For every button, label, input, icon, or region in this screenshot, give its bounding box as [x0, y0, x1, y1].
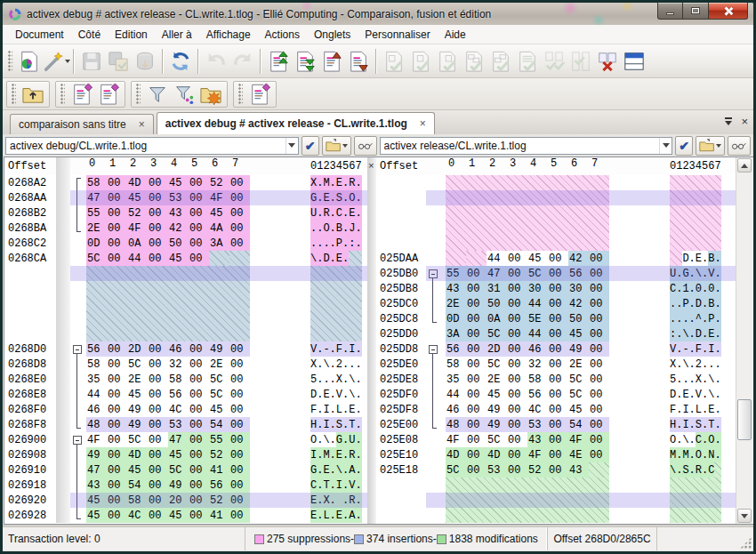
hex-row[interactable]: 0268D056002D0046004900V.-.F.I. — [4, 341, 367, 357]
accept-change-lines-button[interactable] — [514, 48, 541, 75]
scroll-thumb[interactable] — [737, 399, 752, 440]
minimize-button[interactable] — [657, 3, 683, 20]
hex-row[interactable]: 0268D858005C0032002E00X.\.2... — [4, 357, 367, 372]
tab-comparaison-sans-titre[interactable]: comparaison sans titre × — [10, 114, 154, 134]
menu-affichage[interactable]: Affichage — [199, 26, 258, 44]
toolbar-grip[interactable] — [8, 51, 12, 72]
hex-row[interactable]: 025DC80D000A005E005000....^.P. — [376, 311, 736, 326]
left-file-path-input[interactable] — [6, 140, 286, 152]
left-view-options-button[interactable] — [354, 136, 377, 156]
menu-actions[interactable]: Actions — [258, 26, 307, 44]
previous-difference-button[interactable] — [265, 48, 292, 75]
hex-gap-row[interactable] — [376, 508, 736, 523]
save-button[interactable] — [78, 48, 105, 75]
hex-row[interactable]: 025DF8460049004C004500F.I.L.E. — [376, 402, 736, 417]
hex-row[interactable]: 0268E035002E0058005C005...X.\. — [4, 372, 367, 387]
hex-row[interactable]: 02692845004C0045004100E.L.E.A. — [4, 508, 367, 523]
hex-row[interactable]: 0268E84400450056005C00D.E.V.\. — [4, 387, 367, 402]
hex-row[interactable]: 0268AA4700450053004F00G.E.S.O. — [4, 190, 367, 205]
menu-personnaliser[interactable]: Personnaliser — [358, 26, 437, 44]
titlebar[interactable]: activex debug # activex release - CL.wri… — [3, 3, 753, 25]
hex-gap-row[interactable] — [4, 281, 367, 296]
toolbar-grip[interactable] — [238, 84, 243, 105]
filter-advanced-button[interactable] — [171, 81, 197, 108]
left-validate-button[interactable]: ✔ — [302, 136, 319, 156]
merge-split-left-button[interactable] — [541, 48, 567, 75]
save-as-button[interactable] — [105, 48, 132, 75]
menu-aide[interactable]: Aide — [438, 26, 473, 44]
resize-grip[interactable] — [740, 537, 752, 549]
merge-split-right-button[interactable] — [567, 48, 594, 75]
filter-button[interactable] — [144, 81, 171, 108]
hex-gap-row[interactable] — [376, 493, 736, 508]
clear-result-button[interactable] — [594, 48, 621, 75]
hex-row[interactable]: 0269184300540049005600C.T.I.V. — [4, 478, 367, 493]
hex-row[interactable]: 0268CA5C0044004500\.D.E. — [4, 251, 367, 266]
hex-gap-row[interactable] — [376, 478, 736, 493]
hex-row[interactable]: 02690849004D0045005200I.M.E.R. — [4, 447, 367, 462]
hex-row[interactable]: 025DAA440045004200D.E.B. — [376, 251, 736, 266]
parent-folder-button[interactable] — [20, 81, 46, 108]
toolbar-grip[interactable] — [60, 84, 65, 105]
hex-row[interactable]: 025DE058005C0032002E00X.\.2... — [376, 357, 736, 372]
undo-button[interactable] — [203, 48, 229, 75]
hex-pane-left[interactable]: Offset01234567012345670268A258004D004500… — [4, 157, 367, 524]
tab-list-chevron-icon[interactable] — [725, 117, 732, 125]
accept-change-to-right-button[interactable] — [461, 48, 487, 75]
comparison-wizard-button[interactable] — [43, 48, 69, 75]
accept-change-left-button[interactable] — [381, 48, 407, 75]
next-difference-button[interactable] — [292, 48, 318, 75]
hex-gap-row[interactable] — [4, 326, 367, 341]
hex-row[interactable]: 025DE835002E0058005C005...X.\. — [376, 372, 736, 387]
right-file-path-input[interactable] — [381, 140, 660, 152]
file-options-right-button[interactable] — [95, 81, 122, 108]
hex-row[interactable]: 025DD03A005C0044004500:.\.D.E. — [376, 326, 736, 341]
hex-row[interactable]: 025DB84300310030003000C.1.0.0. — [376, 281, 736, 296]
menu-cote[interactable]: Côté — [71, 26, 108, 44]
hex-row[interactable]: 026910470045005C004100G.E.\.A. — [4, 462, 367, 478]
hex-gap-row[interactable] — [4, 266, 367, 281]
tab-close-icon[interactable]: × — [420, 117, 426, 130]
close-button[interactable] — [708, 3, 748, 20]
scroll-down-button[interactable] — [737, 509, 752, 523]
hex-row[interactable]: 0268A258004D0045005200X.M.E.R. — [4, 175, 367, 190]
hex-gap-row[interactable] — [376, 236, 736, 251]
redo-button[interactable] — [229, 48, 256, 75]
folder-compare-settings-button[interactable] — [197, 81, 224, 108]
file-options-left-button[interactable] — [68, 81, 95, 108]
combo-dropdown-icon[interactable] — [286, 138, 298, 154]
right-view-options-button[interactable] — [728, 136, 751, 156]
hex-row[interactable]: 025E104D004D004F004E00M.M.O.N. — [376, 447, 736, 462]
refresh-button[interactable] — [167, 48, 194, 75]
right-validate-button[interactable]: ✔ — [675, 136, 693, 156]
hex-row[interactable]: 0268B25500520043004500U.R.C.E. — [4, 205, 367, 221]
new-comparison-button[interactable] — [16, 48, 43, 75]
window-layout-button[interactable] — [621, 48, 647, 75]
hex-row[interactable]: 025DD856002D0046004900V.-.F.I. — [376, 341, 736, 357]
hex-gap-row[interactable] — [376, 175, 736, 190]
hex-row[interactable]: 025E084F005C0043004F00O.\.C.O. — [376, 432, 736, 447]
menu-document[interactable]: Document — [8, 26, 71, 44]
tab-activex-comparison[interactable]: activex debug # activex release - CL.wri… — [157, 112, 435, 134]
combo-dropdown-icon[interactable] — [659, 138, 672, 154]
hex-row[interactable]: 025E185C005300520043\.S.R.C — [376, 462, 736, 478]
right-open-file-button[interactable] — [696, 136, 725, 156]
previous-conflict-button[interactable] — [318, 48, 345, 75]
hex-gap-row[interactable] — [376, 190, 736, 205]
pane-splitter[interactable]: × — [367, 157, 376, 524]
dropdown-arrow-icon[interactable] — [65, 60, 70, 63]
hex-row[interactable]: 025DC02E00500044004200..P.D.B. — [376, 296, 736, 311]
hex-pane-right[interactable]: Offset0123456701234567025DAA440045004200… — [376, 157, 736, 524]
save-all-button[interactable] — [132, 48, 158, 75]
file-options-merged-button[interactable] — [246, 81, 273, 108]
menu-onglets[interactable]: Onglets — [307, 26, 358, 44]
hex-gap-row[interactable] — [376, 205, 736, 221]
next-conflict-button[interactable] — [345, 48, 372, 75]
tab-close-icon[interactable]: × — [139, 118, 145, 131]
scroll-up-button[interactable] — [737, 158, 752, 173]
toolbar-grip[interactable] — [12, 84, 16, 105]
accept-change-center-button[interactable] — [407, 48, 434, 75]
hex-gap-row[interactable] — [376, 221, 736, 236]
tabbar-close-icon[interactable]: × — [741, 116, 748, 127]
hex-row[interactable]: 0268F0460049004C004500F.I.L.E. — [4, 402, 367, 417]
